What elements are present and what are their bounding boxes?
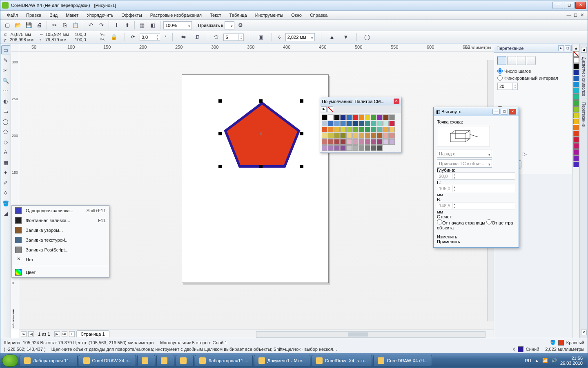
palette-swatch[interactable] (340, 121, 346, 126)
extrude-type-combo[interactable]: Назад с уменьшением (437, 150, 492, 158)
palette-close-button[interactable]: ✕ (394, 99, 399, 104)
palette-swatch[interactable] (371, 127, 376, 132)
fill-menu-item[interactable]: ✕Нет (12, 255, 109, 265)
extrude-v-input[interactable]: 148,5▴▾ (437, 202, 515, 209)
color-swatch[interactable] (573, 131, 579, 137)
extrude-close-button[interactable]: ✕ (509, 109, 516, 114)
fill-menu-item[interactable]: Заливка узором... (12, 225, 109, 235)
palette-swatch[interactable] (346, 133, 352, 139)
palette-swatch[interactable] (371, 121, 376, 126)
palette-swatch[interactable] (346, 121, 352, 126)
color-swatch[interactable] (573, 100, 579, 106)
welcome-button[interactable]: ◧ (148, 21, 157, 30)
add-page-button[interactable]: + (69, 331, 75, 337)
color-swatch[interactable] (573, 137, 579, 143)
close-button[interactable]: ✕ (575, 2, 586, 9)
eyedropper-tool[interactable]: ✐ (1, 178, 10, 187)
fill-tool-icon[interactable]: 🪣 (550, 340, 556, 345)
palette-swatch[interactable] (365, 145, 370, 151)
blend-misc-tab[interactable] (527, 56, 536, 65)
cut-button[interactable]: ✂ (50, 21, 59, 30)
blend-end-button[interactable]: ▷ (520, 149, 529, 158)
color-swatch[interactable] (573, 76, 579, 81)
selection-handle-sw[interactable] (218, 165, 222, 168)
outline-tool[interactable]: ◊ (1, 188, 10, 197)
palette-swatch[interactable] (365, 114, 370, 120)
mirror-h-button[interactable]: ⇋ (179, 33, 188, 42)
next-page-button[interactable]: ▶ (54, 331, 60, 337)
selection-handle-e[interactable] (300, 132, 303, 135)
vertical-ruler[interactable]: миллиметры 300250200150100500 (11, 52, 19, 330)
pick-tool[interactable]: ▭ (1, 45, 10, 54)
last-page-button[interactable]: ⏭ (62, 331, 67, 337)
color-swatch[interactable] (573, 88, 579, 94)
color-palette-popup[interactable]: По умолчанию: Палитра СМ... ✕ ▶ (320, 97, 401, 153)
lock-ratio-icon[interactable]: 🔒 (109, 33, 118, 42)
palette-swatch[interactable] (334, 145, 340, 151)
palette-swatch[interactable] (371, 133, 376, 139)
new-button[interactable]: ▢ (3, 21, 12, 30)
steps-radio[interactable]: Число шагов (497, 68, 576, 74)
palette-swatch[interactable] (352, 121, 358, 126)
palette-swatch[interactable] (346, 145, 352, 151)
minimize-button[interactable]: — (552, 2, 563, 9)
docker-undock-button[interactable]: ◻ (565, 45, 570, 51)
color-swatch[interactable] (573, 57, 579, 63)
selection-handle-nw[interactable] (218, 99, 222, 103)
maximize-button[interactable]: ◻ (564, 2, 575, 9)
color-swatch[interactable] (573, 125, 579, 130)
tray-icon[interactable]: ▲ (535, 358, 539, 363)
taskbar-item[interactable]: CorelDraw_X4_s_n... (312, 355, 372, 366)
pos-x[interactable]: 76,875 мм (10, 32, 34, 37)
zoom-combo[interactable]: 100% (163, 21, 192, 29)
blend-accel-tab[interactable] (507, 56, 516, 65)
interactive-tool[interactable]: ✦ (1, 168, 10, 177)
palette-swatch[interactable] (334, 133, 340, 139)
selection-handle-ne[interactable] (300, 99, 303, 103)
selection-handle-s[interactable] (259, 165, 263, 168)
ellipse-tool[interactable]: ◯ (1, 117, 10, 126)
palette-swatch[interactable] (365, 139, 370, 145)
palette-swatch[interactable] (322, 139, 327, 145)
palette-swatch[interactable] (377, 127, 383, 132)
fill-swatch[interactable] (558, 340, 564, 346)
mdi-restore-icon[interactable]: ◻ (572, 12, 579, 18)
outline-width-combo[interactable]: 2,822 мм (285, 33, 315, 41)
snap-combo[interactable] (225, 21, 234, 29)
menu-view[interactable]: Вид (45, 11, 62, 19)
obj-width[interactable]: 105,924 мм (45, 32, 70, 37)
color-swatch[interactable] (573, 155, 579, 161)
extrude-min-button[interactable]: — (492, 109, 500, 114)
pos-y[interactable]: 206,998 мм (10, 37, 34, 42)
taskbar-item[interactable] (176, 355, 194, 366)
palette-swatch[interactable] (328, 121, 334, 126)
save-button[interactable]: 💾 (24, 21, 33, 30)
palette-swatch[interactable] (328, 114, 334, 120)
menu-text[interactable]: Текст (206, 11, 225, 19)
taskbar-item[interactable]: CorelDRAW X4 (Н... (373, 355, 432, 366)
interval-radio[interactable]: Фиксированный интервал (497, 75, 576, 81)
palette-swatch[interactable] (352, 133, 358, 139)
scale-x[interactable]: 100,0 (75, 32, 99, 37)
palette-swatch[interactable] (359, 127, 364, 132)
palette-swatch[interactable] (389, 127, 395, 132)
menu-table[interactable]: Таблица (225, 11, 251, 19)
palette-swatch[interactable] (383, 114, 389, 120)
selection-handle-se[interactable] (300, 165, 303, 168)
taskbar-item[interactable]: Лабораторная 11... (20, 355, 78, 366)
fill-menu-item[interactable]: Заливка PostScript... (12, 245, 109, 255)
palette-swatch[interactable] (383, 139, 389, 145)
blend-steps-input[interactable]: 20▴▾ (497, 83, 518, 90)
scale-y[interactable]: 100,0 (75, 37, 99, 42)
palette-swatch[interactable] (346, 127, 352, 132)
color-swatch[interactable] (573, 63, 579, 69)
freehand-tool[interactable]: 〰 (1, 86, 10, 95)
lang-indicator[interactable]: RU (525, 358, 531, 363)
palette-prev-button[interactable]: ▶ (321, 106, 327, 112)
palette-swatch[interactable] (383, 127, 389, 132)
palette-swatch[interactable] (371, 114, 376, 120)
palette-swatch[interactable] (340, 114, 346, 120)
copy-button[interactable]: ⎘ (60, 21, 69, 30)
taskbar-item[interactable]: Документ1 - Micr... (254, 355, 310, 366)
docker-collapse-button[interactable]: ▸ (558, 45, 564, 51)
